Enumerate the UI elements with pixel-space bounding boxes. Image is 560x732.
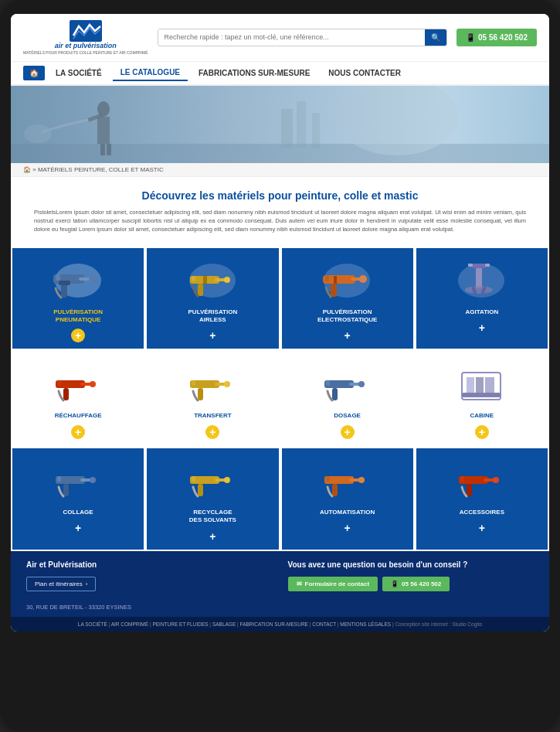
catalogue-item-accessoires[interactable]: ACCESSOIRES + [415,447,549,551]
footer-link-fabrication[interactable]: FABRICATION SUR-MESURE [240,621,308,627]
svg-rect-80 [460,476,464,482]
catalogue-item-pneumatique[interactable]: PULVÉRISATIONPNEUMATIQUE + [11,247,145,351]
logo-text: air et pulvérisation [55,42,117,50]
hero-overlay [11,86,549,163]
item-image-accessoires [451,458,513,504]
catalogue-item-cabine[interactable]: CABINE + [415,350,549,446]
svg-point-32 [359,275,367,283]
nav-home-button[interactable]: 🏠 [23,66,45,80]
svg-point-25 [224,277,230,283]
svg-rect-74 [332,484,338,496]
envelope-icon: ✉ [297,580,302,587]
catalogue-row-3: COLLAGE + RECYCLAGEDES SOLVANTS + [11,447,549,551]
phone-icon: 📱 [466,33,475,42]
phone-number: 05 56 420 502 [478,33,528,42]
footer-question-text: Vous avez une question ou besoin d'un co… [288,560,535,569]
footer-link-contact[interactable]: CONTACT [312,621,336,627]
item-plus-automatisation[interactable]: + [341,521,355,535]
footer-address-text: 30, RUE DE BRETEIL - 33320 EYSINES [26,604,534,611]
svg-rect-17 [56,274,60,281]
gun-icon-collage [49,459,107,502]
item-label-electro: PULVÉRISATIONELECTROSTATIQUE [317,308,377,325]
svg-rect-31 [325,275,329,281]
catalogue-item-transfert[interactable]: TRANSFERT + [145,350,280,446]
item-image-rechauffage [47,361,109,407]
svg-rect-33 [334,276,337,284]
footer-link-sablage[interactable]: SABLAGE [212,621,236,627]
item-plus-rechauffage[interactable]: + [71,425,85,439]
footer-phone-label: 05 56 420 502 [402,580,441,587]
footer-contact-button[interactable]: ✉ Formulaire de contact [288,577,378,591]
footer-link-air[interactable]: AIR COMPRIMÉ [111,621,148,627]
item-plus-collage[interactable]: + [71,521,85,535]
gun-icon-automatisation [318,459,376,502]
search-input[interactable] [158,29,426,45]
svg-rect-65 [57,476,61,482]
catalogue-item-airless[interactable]: PULVÉRISATIONAIRLESS + [145,247,280,351]
item-plus-accessoires[interactable]: + [475,521,489,535]
item-plus-dosage[interactable]: + [341,425,355,439]
footer-link-societe[interactable]: LA SOCIÉTÉ [78,621,107,627]
search-button[interactable]: 🔍 [425,29,446,46]
nav-item-fabrications[interactable]: FABRICATIONS SUR-MESURE [191,66,317,80]
search-bar: 🔍 [158,29,448,46]
phone-footer-icon: 📱 [391,580,399,587]
footer-col-company: Air et Pulvérisation Plan et itinéraires… [26,560,273,591]
svg-rect-16 [61,284,67,298]
nav-item-catalogue[interactable]: LE CATALOGUE [113,65,188,81]
nav-item-contact[interactable]: NOUS CONTACTER [321,66,409,80]
footer-link-peinture[interactable]: PEINTURE ET FLUIDES [152,621,208,627]
item-plus-recyclage[interactable]: + [205,529,219,543]
gun-icon-airless [184,259,242,301]
svg-rect-36 [472,264,486,268]
svg-rect-64 [63,484,69,496]
item-image-transfert [182,361,243,407]
phone-button[interactable]: 📱 05 56 420 502 [456,29,537,46]
catalogue-item-electro[interactable]: PULVÉRISATIONELECTROSTATIQUE + [280,247,415,351]
svg-rect-54 [332,388,338,400]
svg-point-46 [90,381,96,387]
item-plus-agitation[interactable]: + [475,321,489,335]
navigation: 🏠 LA SOCIÉTÉ LE CATALOGUE FABRICATIONS S… [11,62,549,86]
item-plus-pneumatique[interactable]: + [71,329,85,342]
footer-link-mentions[interactable]: MENTIONS LÉGALES [340,621,391,627]
intro-body: PistoletsLorem ipsum dolor sit amet, con… [34,208,526,234]
catalogue-item-recyclage[interactable]: RECYCLAGEDES SOLVANTS + [145,447,280,551]
footer-plan-button[interactable]: Plan et itinéraires › [26,577,96,591]
footer-address-section: 30, RUE DE BRETEIL - 33320 EYSINES [11,601,549,617]
catalogue-row-1: PULVÉRISATIONPNEUMATIQUE + [11,247,549,351]
item-image-automatisation [317,458,378,504]
svg-rect-26 [203,276,207,284]
logo-icon [70,20,102,42]
item-plus-airless[interactable]: + [205,329,219,342]
svg-rect-49 [198,388,203,400]
item-plus-electro[interactable]: + [341,329,355,342]
footer-top: Air et Pulvérisation Plan et itinéraires… [11,551,549,601]
catalogue-item-dosage[interactable]: DOSAGE + [280,350,415,446]
breadcrumb-separator: » [32,166,38,173]
item-image-agitation [451,257,513,304]
catalogue-item-automatisation[interactable]: AUTOMATISATION + [280,447,415,551]
footer-phone-button[interactable]: 📱 05 56 420 502 [382,577,450,591]
item-plus-transfert[interactable]: + [205,425,219,439]
catalogue-item-collage[interactable]: COLLAGE + [11,447,145,551]
svg-rect-41 [485,264,490,267]
catalogue-item-rechauffage[interactable]: RÉCHAUFFAGE + [11,350,145,446]
catalogue-item-agitation[interactable]: AGITATION + [415,247,549,351]
item-plus-cabine[interactable]: + [475,425,489,439]
catalogue-row-2: RÉCHAUFFAGE + TRANSFERT + [11,350,549,446]
logo: air et pulvérisation MATÉRIELS POUR PROD… [23,20,148,55]
gun-icon-cabine [453,363,511,406]
svg-rect-61 [462,393,501,397]
gun-icon-transfert [184,363,242,406]
svg-point-71 [224,477,230,483]
item-label-airless: PULVÉRISATIONAIRLESS [188,308,238,325]
svg-rect-24 [192,276,195,281]
svg-rect-44 [63,388,69,400]
svg-point-76 [358,477,365,483]
svg-rect-79 [467,484,472,496]
nav-item-societe[interactable]: LA SOCIÉTÉ [48,66,110,80]
item-label-collage: COLLAGE [63,509,93,516]
item-image-recyclage [182,458,243,504]
svg-rect-55 [326,380,330,386]
